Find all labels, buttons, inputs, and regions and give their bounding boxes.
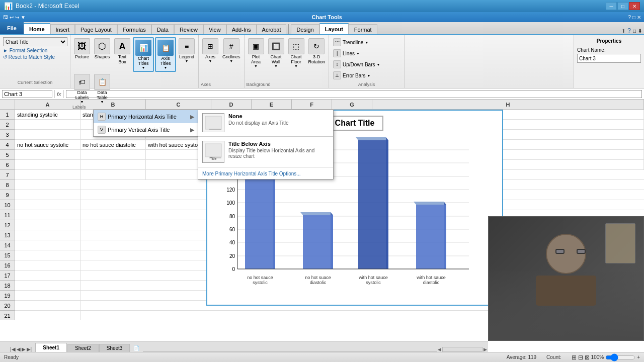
dropdown-title-below-item[interactable]: Title Title Below Axis Display Title bel… [198, 138, 333, 166]
shapes-btn[interactable]: ⬡ Shapes [93, 37, 112, 60]
row-num-4[interactable]: 4 [0, 140, 15, 150]
tab-view[interactable]: View [203, 24, 226, 34]
col-header-c[interactable]: C [146, 100, 211, 109]
new-sheet-btn[interactable]: 📄 [130, 344, 142, 352]
formula-bar[interactable] [66, 90, 642, 98]
tab-file[interactable]: File [0, 22, 24, 34]
data-table-btn[interactable]: 📋 DataTable ▼ [93, 73, 112, 105]
sheet-nav-next[interactable]: ▶ [22, 346, 26, 352]
tab-data[interactable]: Data [151, 24, 174, 34]
tab-insert[interactable]: Insert [50, 24, 75, 34]
restore-btn[interactable]: □ [617, 2, 628, 10]
col-header-d[interactable]: D [211, 100, 252, 109]
legend-btn[interactable]: ≡ Legend ▼ [177, 37, 196, 64]
sheet-nav-last[interactable]: ▶| [27, 346, 32, 352]
reset-match-btn[interactable]: ↺ Reset to Match Style [3, 54, 67, 60]
row-num-17[interactable]: 17 [0, 270, 15, 281]
row-num-10[interactable]: 10 [0, 200, 15, 210]
tab-format[interactable]: Format [349, 24, 377, 34]
cell-a2[interactable] [15, 120, 80, 129]
zoom-plus[interactable]: + [637, 354, 640, 360]
row-num-8[interactable]: 8 [0, 180, 15, 190]
col-header-g[interactable]: G [332, 100, 372, 109]
chart-name-input[interactable] [577, 54, 641, 63]
row-num-21[interactable]: 21 [0, 311, 15, 320]
sheet-tab-sheet1[interactable]: Sheet1 [35, 343, 67, 352]
data-labels-btn[interactable]: 🏷 DataLabels ▼ [72, 73, 92, 105]
row-num-11[interactable]: 11 [0, 210, 15, 220]
view-normal-btn[interactable]: ⊞ [572, 354, 577, 361]
selection-dropdown[interactable]: Chart Title [3, 37, 67, 46]
cell-b4[interactable]: no hot sauce diastolic [80, 140, 146, 149]
row-num-3[interactable]: 3 [0, 130, 15, 140]
cell-a5[interactable] [15, 150, 80, 159]
row-num-5[interactable]: 5 [0, 150, 15, 160]
submenu-item-vertical[interactable]: V Primary Vertical Axis Title ▶ [94, 123, 198, 136]
col-header-e[interactable]: E [252, 100, 292, 109]
format-selection-btn[interactable]: ► Format Selection [3, 47, 67, 54]
zoom-slider[interactable] [605, 355, 635, 360]
tab-acrobat[interactable]: Acrobat [257, 24, 287, 34]
name-box[interactable] [2, 90, 52, 98]
tab-review[interactable]: Review [174, 24, 203, 34]
view-page-btn[interactable]: ⊠ [585, 354, 590, 361]
error-bars-btn[interactable]: ⊥ Error Bars▼ [331, 70, 402, 80]
row-num-13[interactable]: 13 [0, 230, 15, 240]
row-num-2[interactable]: 2 [0, 120, 15, 130]
col-header-more[interactable]: H [372, 100, 644, 109]
sheet-tab-sheet2[interactable]: Sheet2 [67, 344, 99, 352]
row-num-6[interactable]: 6 [0, 160, 15, 170]
row-num-20[interactable]: 20 [0, 301, 15, 311]
row-num-14[interactable]: 14 [0, 240, 15, 250]
row-num-12[interactable]: 12 [0, 220, 15, 230]
dropdown-more-option[interactable]: More Primary Horizontal Axis Title Optio… [198, 168, 333, 179]
col-header-f[interactable]: F [292, 100, 332, 109]
dropdown-none-item[interactable]: None Do not display an Axis Title [198, 110, 333, 135]
lines-btn[interactable]: | Lines▼ [331, 48, 402, 58]
tab-design[interactable]: Design [291, 24, 319, 34]
cell-a1[interactable]: standing systolic [15, 110, 80, 119]
cell-b5[interactable] [80, 150, 146, 159]
row-num-16[interactable]: 16 [0, 260, 15, 270]
tab-formulas[interactable]: Formulas [117, 24, 151, 34]
chart-title[interactable]: Chart Title [326, 116, 384, 131]
sheet-tab-sheet3[interactable]: Sheet3 [99, 344, 130, 352]
gridlines-btn[interactable]: # Gridlines ▼ [221, 37, 242, 64]
chart-titles-btn[interactable]: 📊 ChartTitles ▼ [133, 37, 154, 72]
updown-bars-btn[interactable]: ↕ Up/Down Bars▼ [331, 59, 402, 69]
axes-btn[interactable]: ⊞ Axes ▼ [201, 37, 220, 64]
row-num-7[interactable]: 7 [0, 170, 15, 180]
sheet-nav-prev[interactable]: ◀ [17, 346, 21, 352]
tab-addins[interactable]: Add-Ins [226, 24, 257, 34]
scroll-right[interactable]: ▶ [484, 347, 487, 352]
chart-floor-btn[interactable]: ⬚ ChartFloor ▼ [287, 37, 306, 69]
row-num-18[interactable]: 18 [0, 281, 15, 291]
horizontal-scrollbar[interactable] [442, 347, 482, 352]
scroll-left[interactable]: ◀ [438, 347, 441, 352]
picture-btn[interactable]: 🖼 Picture [72, 37, 92, 60]
close-btn[interactable]: ✕ [629, 2, 640, 10]
tab-pagelayout[interactable]: Page Layout [75, 24, 117, 34]
col-header-a[interactable]: A [15, 100, 80, 109]
submenu-item-horizontal[interactable]: H Primary Horizontal Axis Title ▶ [94, 110, 198, 123]
trendline-btn[interactable]: 〰 Trendline▼ [331, 37, 402, 47]
cell-a4[interactable]: no hot sauce systolic [15, 140, 80, 149]
cell-a6[interactable] [15, 160, 80, 169]
chart-wall-btn[interactable]: 🔲 ChartWall ▼ [267, 37, 286, 69]
row-num-15[interactable]: 15 [0, 250, 15, 260]
tab-home[interactable]: Home [24, 23, 50, 34]
cell-b6[interactable] [80, 160, 146, 169]
cell-a3[interactable] [15, 130, 80, 139]
plot-area-btn[interactable]: ▣ PlotArea ▼ [247, 37, 266, 69]
axis-titles-btn[interactable]: 📋 AxisTitles ▼ [155, 37, 176, 72]
tab-layout[interactable]: Layout [319, 23, 349, 34]
textbox-btn[interactable]: A TextBox [113, 37, 132, 65]
sheet-nav-first[interactable]: |◀ [10, 346, 16, 352]
row-num-1[interactable]: 1 [0, 110, 15, 120]
3d-rotation-btn[interactable]: ↻ 3-DRotation [307, 37, 327, 69]
cell-a7[interactable] [15, 170, 80, 179]
row-num-19[interactable]: 19 [0, 291, 15, 301]
view-layout-btn[interactable]: ⊟ [578, 354, 583, 361]
row-num-9[interactable]: 9 [0, 190, 15, 200]
minimize-btn[interactable]: ─ [606, 2, 617, 10]
